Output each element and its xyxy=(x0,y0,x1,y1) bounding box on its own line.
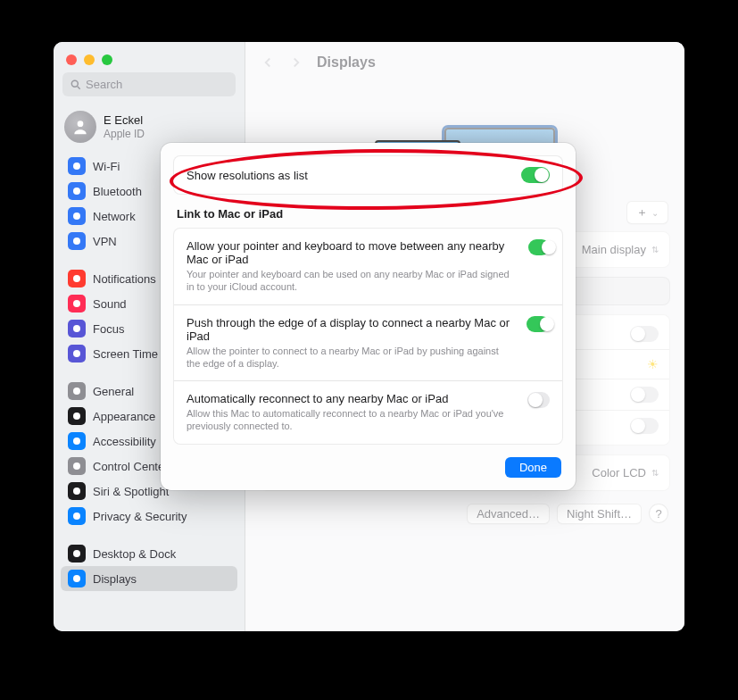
svg-point-16 xyxy=(73,512,80,520)
sidebar-item-label: Network xyxy=(93,210,136,223)
sun-icon: ☀︎ xyxy=(647,357,659,371)
svg-point-5 xyxy=(73,212,80,220)
search-field[interactable] xyxy=(62,72,236,96)
sidebar-item-label: VPN xyxy=(93,235,117,248)
svg-point-0 xyxy=(71,80,78,87)
svg-point-7 xyxy=(73,275,80,282)
advanced-sheet: Show resolutions as list Link to Mac or … xyxy=(161,143,576,490)
push-through-desc: Allow the pointer to connect to a nearby… xyxy=(187,345,514,371)
auto-reconnect-desc: Allow this Mac to automatically reconnec… xyxy=(187,407,515,433)
auto-reconnect-title: Automatically reconnect to any nearby Ma… xyxy=(187,392,515,405)
forward-button[interactable] xyxy=(288,54,304,71)
svg-point-9 xyxy=(73,325,80,332)
sidebar-item-label: Siri & Spotlight xyxy=(93,485,169,498)
hdr-toggle[interactable] xyxy=(630,418,659,434)
allow-pointer-desc: Your pointer and keyboard can be used on… xyxy=(187,268,516,294)
add-display-button[interactable]: ＋ ⌄ xyxy=(626,201,668,224)
sidebar-item-desktop-dock[interactable]: Desktop & Dock xyxy=(61,541,237,566)
push-through-row: Push through the edge of a display to co… xyxy=(174,304,562,381)
auto-reconnect-row: Automatically reconnect to any nearby Ma… xyxy=(174,380,562,444)
chevron-down-icon: ⌄ xyxy=(651,208,659,218)
back-button[interactable] xyxy=(260,54,276,71)
show-resolutions-toggle[interactable] xyxy=(521,167,550,183)
search-input[interactable] xyxy=(82,76,228,93)
svg-line-1 xyxy=(78,86,80,88)
sidebar-icon xyxy=(68,457,86,475)
auto-reconnect-toggle[interactable] xyxy=(527,392,550,408)
svg-point-17 xyxy=(73,550,80,557)
sidebar-icon xyxy=(68,507,86,525)
sidebar-item-label: Accessibility xyxy=(93,435,156,448)
allow-pointer-toggle[interactable] xyxy=(528,239,550,255)
show-resolutions-label: Show resolutions as list xyxy=(187,169,308,182)
sidebar-icon xyxy=(68,482,86,500)
sidebar-item-label: Sound xyxy=(93,297,127,311)
svg-point-13 xyxy=(73,438,80,445)
svg-point-4 xyxy=(73,188,80,195)
updown-icon: ⇅ xyxy=(651,468,659,478)
done-button[interactable]: Done xyxy=(505,457,561,478)
color-profile-value: Color LCD xyxy=(592,466,646,479)
sidebar-icon xyxy=(68,157,86,175)
push-through-toggle[interactable] xyxy=(527,316,550,332)
sidebar-item-privacy-security[interactable]: Privacy & Security xyxy=(61,504,237,529)
sidebar-icon xyxy=(68,295,86,312)
sidebar-item-label: Desktop & Dock xyxy=(93,547,176,561)
sidebar-icon xyxy=(68,232,86,250)
svg-point-14 xyxy=(73,462,80,470)
svg-point-3 xyxy=(73,162,80,170)
sidebar-item-label: Displays xyxy=(93,572,137,586)
svg-point-6 xyxy=(73,238,80,245)
sidebar-icon xyxy=(68,207,86,225)
sidebar-icon xyxy=(68,407,86,425)
sidebar-item-label: Notifications xyxy=(93,272,156,286)
sidebar-item-label: General xyxy=(93,385,134,398)
account-sub: Apple ID xyxy=(104,128,145,140)
show-resolutions-row: Show resolutions as list xyxy=(174,156,562,194)
sidebar-item-displays[interactable]: Displays xyxy=(61,566,237,591)
sidebar-icon xyxy=(68,545,86,562)
minimize-window[interactable] xyxy=(84,54,95,65)
svg-point-18 xyxy=(73,575,80,582)
updown-icon: ⇅ xyxy=(651,245,659,254)
avatar xyxy=(64,111,96,143)
zoom-window[interactable] xyxy=(102,54,112,65)
sidebar-icon xyxy=(68,320,86,338)
sidebar-item-label: Appearance xyxy=(93,410,155,423)
help-button[interactable]: ? xyxy=(649,504,668,523)
close-window[interactable] xyxy=(66,54,77,65)
sidebar-icon xyxy=(68,432,86,450)
sidebar-item-label: Privacy & Security xyxy=(93,510,187,523)
link-section-title: Link to Mac or iPad xyxy=(173,195,563,228)
svg-point-10 xyxy=(73,350,80,357)
auto-brightness-toggle[interactable] xyxy=(630,326,659,342)
svg-point-12 xyxy=(73,412,80,420)
sidebar-item-label: Bluetooth xyxy=(93,185,142,198)
search-icon xyxy=(70,79,82,91)
content-header: Displays xyxy=(245,42,684,79)
allow-pointer-row: Allow your pointer and keyboard to move … xyxy=(174,229,562,304)
svg-point-11 xyxy=(73,388,80,395)
svg-point-15 xyxy=(73,488,80,495)
use-as-value: Main display xyxy=(582,243,646,256)
sidebar-icon xyxy=(68,345,86,362)
sidebar-icon xyxy=(68,570,86,588)
plus-icon: ＋ xyxy=(636,204,648,221)
sidebar-icon xyxy=(68,382,86,400)
advanced-button[interactable]: Advanced… xyxy=(467,504,550,524)
night-shift-button[interactable]: Night Shift… xyxy=(557,504,642,524)
sidebar-item-label: Screen Time xyxy=(93,347,158,361)
traffic-lights xyxy=(54,42,245,72)
sidebar-icon xyxy=(68,182,86,200)
allow-pointer-title: Allow your pointer and keyboard to move … xyxy=(187,239,516,266)
sidebar-item-label: Wi-Fi xyxy=(93,160,120,173)
sidebar-item-label: Focus xyxy=(93,322,124,336)
svg-point-8 xyxy=(73,300,80,307)
sidebar-icon xyxy=(68,270,86,288)
svg-point-2 xyxy=(78,121,84,127)
push-through-title: Push through the edge of a display to co… xyxy=(187,316,514,343)
account-name: E Eckel xyxy=(104,113,145,128)
sidebar-item-label: Control Center xyxy=(93,460,169,473)
page-title: Displays xyxy=(317,54,376,71)
refresh-toggle[interactable] xyxy=(630,387,659,403)
